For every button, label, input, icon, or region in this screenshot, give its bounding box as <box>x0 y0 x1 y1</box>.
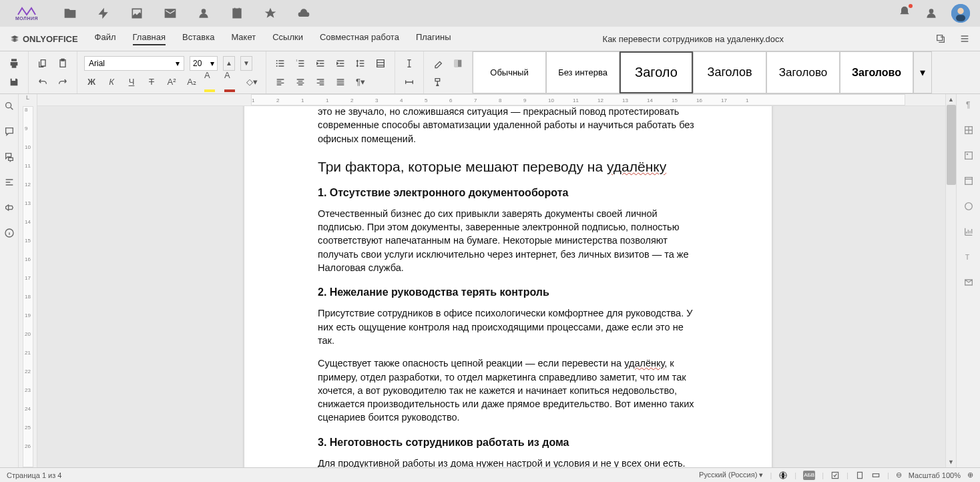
comments-icon[interactable] <box>4 126 15 137</box>
scroll-down-button[interactable]: ▼ <box>946 457 956 467</box>
shape-settings-icon[interactable] <box>963 201 974 212</box>
superscript-button[interactable]: A² <box>164 75 179 89</box>
indent-icon[interactable] <box>333 56 348 71</box>
styles-expand-button[interactable]: ▾ <box>913 51 932 93</box>
page-indicator[interactable]: Страница 1 из 4 <box>7 471 61 479</box>
shading-icon[interactable] <box>451 56 465 71</box>
style-no-spacing[interactable]: Без интерва <box>546 51 620 93</box>
svg-point-9 <box>5 103 11 108</box>
chat-icon[interactable] <box>4 152 15 162</box>
people-icon[interactable] <box>197 7 210 20</box>
zoom-out-button[interactable]: ⊖ <box>896 471 902 479</box>
font-color-button[interactable]: A <box>224 75 239 89</box>
tab-insert[interactable]: Вставка <box>182 32 214 45</box>
navigation-icon[interactable] <box>4 177 15 188</box>
tab-home[interactable]: Главная <box>133 32 166 45</box>
copy-icon[interactable] <box>35 56 50 71</box>
font-decrease-button[interactable]: ▼ <box>240 56 252 71</box>
subscript-button[interactable]: A₂ <box>184 75 199 89</box>
tab-references[interactable]: Ссылки <box>272 32 303 45</box>
image-icon[interactable] <box>130 7 144 20</box>
feedback-icon[interactable] <box>4 202 15 213</box>
font-name-select[interactable]: Arial▾ <box>84 56 184 71</box>
header-settings-icon[interactable] <box>963 176 974 186</box>
tab-collaboration[interactable]: Совместная работа <box>320 32 399 45</box>
folder-icon[interactable] <box>63 7 77 20</box>
app-name-text: ONLYOFFICE <box>23 34 78 44</box>
numbering-icon[interactable]: 1 <box>293 56 308 71</box>
insert-table-icon[interactable] <box>373 56 388 71</box>
paragraph-settings-icon[interactable]: ¶ <box>963 99 974 110</box>
align-justify-icon[interactable] <box>333 75 348 89</box>
strike-button[interactable]: Т <box>144 75 159 89</box>
zoom-indicator[interactable]: Масштаб 100% <box>909 471 961 479</box>
mail-merge-icon[interactable] <box>963 277 974 288</box>
print-icon[interactable] <box>7 56 21 71</box>
spellcheck-word[interactable]: удалёнку <box>624 358 664 369</box>
tab-layout[interactable]: Макет <box>231 32 256 45</box>
group-insert <box>395 51 424 93</box>
tab-plugins[interactable]: Плагины <box>416 32 451 45</box>
tab-file[interactable]: Файл <box>95 32 116 45</box>
flash-icon[interactable] <box>97 7 110 20</box>
undo-icon[interactable] <box>35 75 50 89</box>
paint-icon[interactable] <box>431 75 445 89</box>
globe-icon[interactable] <box>778 471 788 480</box>
style-heading4[interactable]: Заголово <box>840 51 913 93</box>
style-normal[interactable]: Обычный <box>473 51 546 93</box>
open-location-icon[interactable] <box>935 33 946 44</box>
svg-rect-19 <box>857 472 862 478</box>
fit-page-icon[interactable] <box>855 471 865 480</box>
page-scroll[interactable]: это не звучало, но сложившаяся ситуация … <box>37 106 945 467</box>
align-right-icon[interactable] <box>313 75 328 89</box>
star-icon[interactable] <box>264 7 277 20</box>
mail-icon[interactable] <box>164 7 177 20</box>
bold-button[interactable]: Ж <box>84 75 99 89</box>
spellcheck-word[interactable]: удалёнку <box>607 159 666 174</box>
language-indicator[interactable]: Русский (Россия) ▾ <box>699 471 763 479</box>
scroll-up-button[interactable]: ▲ <box>946 94 956 105</box>
bullets-icon[interactable] <box>273 56 288 71</box>
spellcheck-indicator[interactable]: АБВ <box>803 471 815 480</box>
underline-button[interactable]: Ч <box>124 75 139 89</box>
track-changes-icon[interactable] <box>830 471 840 480</box>
eraser-icon[interactable] <box>431 56 445 71</box>
align-left-icon[interactable] <box>273 75 288 89</box>
fit-width-icon[interactable] <box>871 471 881 480</box>
style-heading2[interactable]: Заголов <box>693 51 766 93</box>
nonprinting-icon[interactable]: ¶▾ <box>353 75 368 89</box>
vertical-scrollbar[interactable]: ▲ ▼ <box>945 94 956 467</box>
chart-settings-icon[interactable] <box>963 226 974 237</box>
clear-format-button[interactable]: ◇▾ <box>244 75 259 89</box>
calendar-icon[interactable] <box>230 7 244 20</box>
notifications-icon[interactable] <box>898 5 911 21</box>
scroll-thumb[interactable] <box>947 105 956 185</box>
cloud-icon[interactable] <box>297 7 310 20</box>
outdent-icon[interactable] <box>313 56 328 71</box>
zoom-in-button[interactable]: ⊕ <box>967 471 973 479</box>
text-vertical-icon[interactable] <box>402 56 417 71</box>
save-icon[interactable] <box>7 75 21 89</box>
paragraph-3: Для продуктивной работы из дома нужен на… <box>318 457 698 467</box>
about-icon[interactable] <box>4 228 15 238</box>
italic-button[interactable]: К <box>104 75 119 89</box>
style-heading1[interactable]: Заголо <box>620 51 693 93</box>
text-horizontal-icon[interactable] <box>402 75 417 89</box>
menu-icon[interactable] <box>959 33 970 44</box>
font-size-select[interactable]: 20▾ <box>190 56 218 71</box>
text-art-settings-icon[interactable]: T <box>963 252 974 262</box>
logo[interactable]: МОЛНИЯ <box>10 6 43 21</box>
user-icon[interactable] <box>925 7 938 20</box>
line-spacing-icon[interactable] <box>353 56 368 71</box>
highlight-button[interactable]: A <box>204 75 219 89</box>
paragraph-1: Отечественный бизнес до сих привыкли зав… <box>318 207 698 274</box>
search-icon[interactable] <box>4 101 15 111</box>
avatar[interactable] <box>951 4 970 23</box>
align-center-icon[interactable] <box>293 75 308 89</box>
image-settings-icon[interactable] <box>963 150 974 161</box>
style-heading3[interactable]: Заголово <box>766 51 840 93</box>
paste-icon[interactable] <box>55 56 70 71</box>
font-increase-button[interactable]: ▲ <box>223 56 235 71</box>
redo-icon[interactable] <box>55 75 70 89</box>
table-settings-icon[interactable] <box>963 125 974 136</box>
